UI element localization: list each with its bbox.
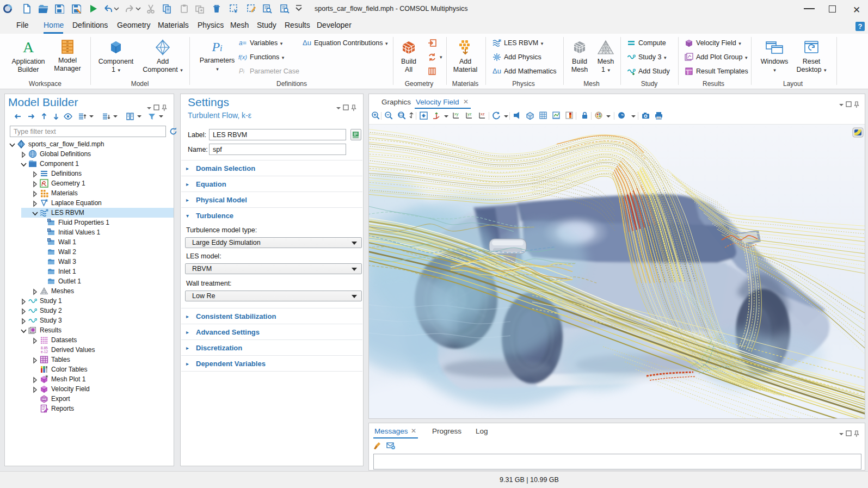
svg-text:D: D <box>48 228 51 232</box>
svg-text:Δu: Δu <box>303 39 311 47</box>
svg-text:Pi: Pi <box>211 40 222 54</box>
svg-text:f(x): f(x) <box>238 54 247 60</box>
svg-text:xz: xz <box>481 112 485 116</box>
svg-text:A: A <box>23 39 34 55</box>
svg-text:D: D <box>48 219 51 222</box>
svg-text:8.85: 8.85 <box>41 346 48 350</box>
svg-text:e-12: e-12 <box>41 350 48 354</box>
svg-text:D: D <box>48 238 51 242</box>
svg-text:yz: yz <box>467 112 472 116</box>
svg-text:Pi: Pi <box>239 67 245 75</box>
svg-text:Δu: Δu <box>493 67 501 75</box>
svg-text:a=: a= <box>239 39 247 47</box>
svg-text:xy: xy <box>454 112 459 116</box>
